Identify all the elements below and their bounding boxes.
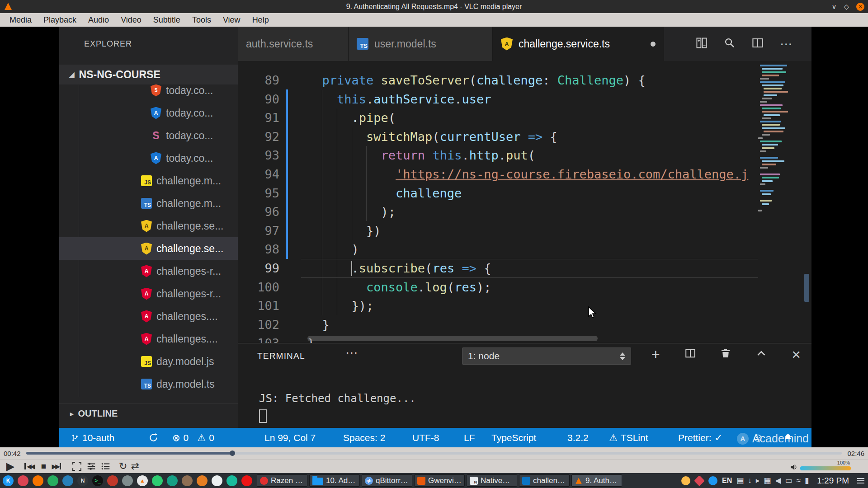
cursor-position-status[interactable]: Ln 99, Col 7 (264, 428, 316, 447)
tray-media-icon[interactable]: ▸ (756, 476, 760, 485)
taskbar-window-button[interactable]: 10. Adding ... (309, 474, 360, 487)
volume-slider[interactable] (800, 466, 851, 470)
tray-red-diamond[interactable] (694, 475, 705, 486)
app-cyan-icon[interactable] (226, 475, 237, 486)
line-number[interactable]: 91 (238, 108, 279, 127)
speaker-icon[interactable] (789, 463, 798, 473)
app-gray-icon[interactable] (122, 475, 133, 486)
line-number[interactable]: 103 (238, 334, 279, 343)
prettier-status[interactable]: Prettier: ✓ (678, 428, 722, 447)
close-panel-icon[interactable]: × (792, 347, 801, 361)
file-tree-item[interactable]: TSday.model.ts (59, 373, 238, 395)
line-number[interactable]: 102 (238, 315, 279, 334)
kill-terminal-icon[interactable] (720, 348, 731, 361)
menu-playback[interactable]: Playback (38, 13, 82, 27)
fullscreen-button[interactable] (72, 460, 82, 473)
terminal-more-icon[interactable]: ⋯ (345, 345, 358, 360)
line-number[interactable]: 92 (238, 127, 279, 146)
taskbar-window-button[interactable]: challenge.s... (519, 474, 570, 487)
tray-network-icon[interactable]: ≈ (797, 476, 801, 485)
file-tree-item[interactable]: JSday.model.js (59, 350, 238, 373)
open-changes-icon[interactable] (696, 37, 708, 51)
line-number[interactable]: 89 (238, 71, 279, 90)
app-red-k-icon[interactable] (241, 475, 252, 486)
menu-subtitle[interactable]: Subtitle (147, 13, 186, 27)
file-tree-item[interactable]: Achallenges.... (59, 328, 238, 350)
menu-tools[interactable]: Tools (186, 13, 217, 27)
file-tree-item[interactable]: Achallenge.se... (59, 215, 238, 237)
tray-clipboard-icon[interactable]: ▤ (736, 476, 744, 485)
taskbar-window-button[interactable]: Razen - Raz... (257, 474, 307, 487)
terminal-tab[interactable]: TERMINAL (257, 351, 305, 361)
line-number[interactable]: 100 (238, 278, 279, 297)
eol-status[interactable]: LF (464, 428, 475, 447)
indentation-status[interactable]: Spaces: 2 (343, 428, 385, 447)
file-tree-item[interactable]: Achallenges-r... (59, 260, 238, 282)
clock[interactable]: 1:29 PM (817, 476, 849, 486)
app-blue-sphere-icon[interactable] (62, 475, 73, 486)
app-launcher-icon[interactable]: K (3, 475, 14, 486)
minimap[interactable] (758, 61, 802, 343)
file-tree-item[interactable]: Achallenges.... (59, 305, 238, 328)
file-tree-item[interactable]: Atoday.co... (59, 102, 238, 124)
code-editor[interactable]: 89 private saveToServer(challenge: Chall… (238, 61, 811, 343)
file-tree-item[interactable]: 5today.co... (59, 79, 238, 102)
minimize-button[interactable]: ∨ (831, 3, 836, 11)
code-line[interactable]: } (307, 315, 330, 334)
video-area[interactable]: EXPLORER auth.service.tsTSuser.model.tsA… (0, 27, 868, 447)
split-terminal-icon[interactable] (685, 348, 696, 361)
menu-video[interactable]: Video (115, 13, 147, 27)
line-number[interactable]: 95 (238, 184, 279, 203)
file-tree-item[interactable]: Stoday.co... (59, 124, 238, 147)
encoding-status[interactable]: UTF-8 (412, 428, 439, 447)
code-line[interactable]: .pipe( (307, 108, 396, 127)
maximize-panel-icon[interactable] (756, 348, 767, 361)
line-number[interactable]: 93 (238, 146, 279, 165)
problems-status[interactable]: ⊗ 0 ⚠ 0 (172, 428, 214, 447)
app-green-icon[interactable] (47, 475, 58, 486)
line-number[interactable]: 101 (238, 296, 279, 315)
file-tree-item[interactable]: TSchallenge.m... (59, 192, 238, 215)
app-light-icon[interactable] (212, 475, 222, 486)
tray-blue-badge[interactable] (708, 476, 717, 485)
taskbar-window-button[interactable]: Gwenview (414, 474, 465, 487)
firefox-icon[interactable] (33, 475, 43, 486)
keyboard-layout-indicator[interactable]: EN (722, 477, 732, 485)
app-red-circle-icon[interactable] (18, 475, 28, 486)
code-line[interactable]: ) (307, 240, 359, 259)
outline-section[interactable]: ▸ OUTLINE (59, 404, 238, 423)
code-line[interactable]: return this.http.put( (307, 146, 535, 165)
tray-volume-icon[interactable]: ◀ (775, 476, 781, 485)
vertical-scrollbar[interactable] (804, 274, 809, 302)
code-line[interactable]: challenge (307, 184, 462, 203)
code-line[interactable]: this.authService.user (307, 90, 491, 109)
sync-status[interactable] (149, 428, 158, 447)
taskbar-window-button[interactable]: 9. Authenti... (571, 474, 622, 487)
code-line[interactable]: }) (307, 221, 381, 240)
line-number[interactable]: 99 (238, 259, 279, 278)
tray-yellow-badge[interactable] (681, 476, 690, 485)
stop-button[interactable]: ■ (38, 460, 49, 473)
ts-version-status[interactable]: 3.2.2 (567, 428, 589, 447)
tray-battery-icon[interactable]: ▮ (805, 476, 809, 485)
close-button[interactable]: × (856, 3, 864, 11)
code-line[interactable]: ); (307, 202, 396, 221)
editor-tab[interactable]: auth.service.ts (238, 27, 349, 61)
code-line[interactable]: }); (307, 296, 373, 315)
app-red-ide-icon[interactable] (107, 475, 118, 486)
terminal-session-dropdown[interactable]: 1: node (462, 347, 631, 365)
line-number[interactable]: 98 (238, 240, 279, 259)
taskbar-window-button[interactable]: qbqBittorrent... (362, 474, 412, 487)
file-tree-item[interactable]: Achallenges-r... (59, 282, 238, 305)
editor-tab[interactable]: Achallenge.service.ts (493, 27, 664, 61)
maximize-button[interactable]: ◇ (844, 3, 849, 11)
search-editor-icon[interactable] (724, 37, 736, 51)
language-status[interactable]: TypeScript (491, 428, 536, 447)
panel-settings-icon[interactable] (857, 478, 864, 483)
menu-view[interactable]: View (217, 13, 246, 27)
code-line[interactable]: private saveToServer(challenge: Challeng… (307, 71, 646, 90)
code-line[interactable]: switchMap(currentUser => { (307, 127, 557, 146)
extended-settings-button[interactable] (86, 460, 96, 473)
seek-slider[interactable] (26, 452, 842, 455)
tray-grid-icon[interactable]: ▦ (764, 476, 771, 485)
